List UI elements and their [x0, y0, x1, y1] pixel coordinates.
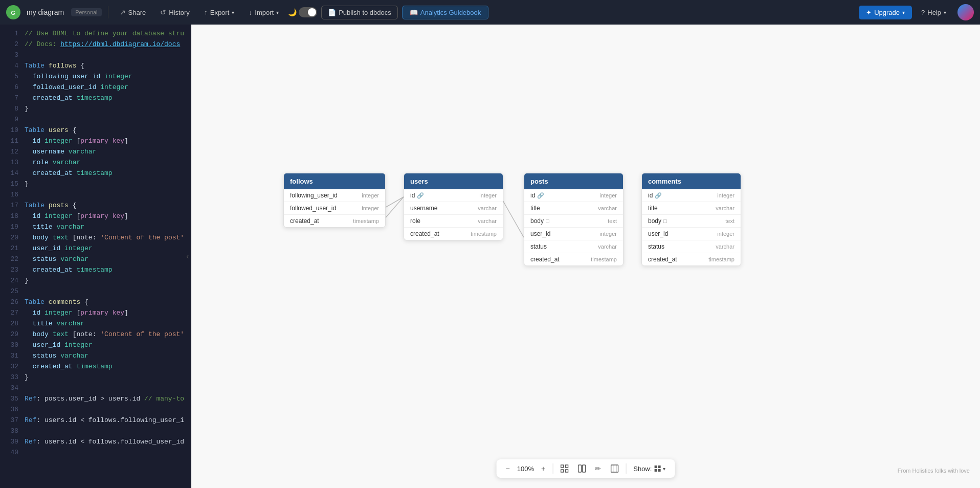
table-row: user_id integer [524, 228, 623, 240]
table-row: created_at timestamp [284, 215, 385, 227]
grid-icon [654, 465, 661, 472]
svg-text:G: G [11, 10, 15, 16]
frame-button[interactable] [606, 462, 622, 475]
table-row: following_user_id integer [284, 189, 385, 202]
table-users-header: users [404, 173, 503, 189]
diagram-name: my diagram [27, 8, 64, 16]
upgrade-button[interactable]: ✦ Upgrade ▾ [859, 6, 912, 19]
draw-button[interactable]: ✏ [591, 462, 605, 475]
code-line-35: 35 Ref: posts.user_id > users.id // many… [0, 394, 184, 405]
code-line-29: 29 body text [note: 'Content of the post… [0, 329, 184, 340]
svg-rect-9 [578, 465, 581, 472]
zoom-in-icon: + [541, 464, 545, 473]
table-follows-header: follows [284, 173, 385, 189]
key-icon: 🔗 [417, 192, 424, 199]
table-comments[interactable]: comments id 🔗 integer title varchar body… [641, 173, 741, 266]
moon-icon: 🌙 [288, 8, 297, 16]
collapse-handle[interactable]: ‹ [184, 25, 191, 488]
dark-mode-toggle[interactable]: 🌙 [288, 7, 317, 17]
svg-rect-7 [561, 470, 563, 472]
split-view-button[interactable] [573, 462, 590, 475]
import-button[interactable]: ↓ Import ▾ [243, 6, 284, 18]
show-label: Show: [633, 465, 652, 473]
table-row: created_at timestamp [404, 228, 503, 240]
table-row: followed_user_id integer [284, 202, 385, 215]
fit-screen-icon [560, 464, 568, 473]
export-button[interactable]: ↑ Export ▾ [199, 6, 240, 18]
table-posts-header: posts [524, 173, 623, 189]
frame-icon [610, 464, 618, 473]
code-line-8: 8 } [0, 104, 184, 115]
table-users[interactable]: users id 🔗 integer username varchar role… [404, 173, 503, 240]
code-line-14: 14 created_at timestamp [0, 168, 184, 179]
code-line-9: 9 [0, 115, 184, 125]
table-follows[interactable]: follows following_user_id integer follow… [283, 173, 386, 228]
bottom-toolbar: − 100% + ✏ [497, 459, 675, 478]
table-row: id 🔗 integer [404, 189, 503, 202]
table-row: created_at timestamp [524, 253, 623, 265]
help-chevron-icon: ▾ [944, 10, 946, 15]
code-line-12: 12 username varchar [0, 147, 184, 158]
table-row: status varchar [524, 240, 623, 253]
code-line-30: 30 user_id integer [0, 340, 184, 351]
import-icon: ↓ [249, 8, 252, 16]
code-line-31: 31 status varchar [0, 351, 184, 362]
user-avatar[interactable] [957, 4, 974, 20]
table-row: id 🔗 integer [642, 189, 741, 202]
diagram-canvas[interactable]: follows following_user_id integer follow… [191, 25, 980, 488]
zoom-in-button[interactable]: + [537, 462, 549, 475]
code-line-5: 5 following_user_id integer [0, 72, 184, 82]
code-line-40: 40 [0, 448, 184, 458]
nav-divider-1 [108, 6, 108, 18]
zoom-out-button[interactable]: − [502, 462, 514, 475]
code-line-32: 32 created_at timestamp [0, 362, 184, 372]
show-chevron-icon: ▾ [663, 466, 665, 472]
svg-rect-16 [654, 469, 657, 472]
diagram-badge: Personal [71, 8, 101, 16]
svg-rect-17 [658, 469, 660, 472]
code-line-7: 7 created_at timestamp [0, 93, 184, 104]
share-icon: ↗ [120, 8, 126, 16]
pencil-icon: ✏ [595, 464, 601, 473]
fit-screen-button[interactable] [556, 462, 572, 475]
table-row: role varchar [404, 215, 503, 228]
code-line-24: 24 } [0, 276, 184, 286]
table-row: created_at timestamp [642, 253, 741, 265]
table-posts[interactable]: posts id 🔗 integer title varchar body □ … [524, 173, 623, 266]
table-row: status varchar [642, 240, 741, 253]
upgrade-chevron-icon: ▾ [902, 10, 905, 15]
help-button[interactable]: ? Help ▾ [916, 7, 951, 18]
split-view-icon [577, 464, 586, 473]
table-row: user_id integer [642, 228, 741, 240]
code-line-23: 23 created_at timestamp [0, 265, 184, 276]
publish-button[interactable]: 📄 Publish to dbdocs [321, 6, 398, 19]
editor-content: 1 // Use DBML to define your database st… [0, 25, 184, 462]
code-line-22: 22 status varchar [0, 254, 184, 265]
table-row: title varchar [524, 202, 623, 215]
table-row: id 🔗 integer [524, 189, 623, 202]
code-line-17: 17 Table posts { [0, 201, 184, 211]
key-icon: 🔗 [537, 192, 544, 199]
zoom-percent: 100% [515, 465, 536, 473]
import-chevron-icon: ▾ [276, 10, 279, 15]
toggle-switch[interactable] [299, 7, 317, 17]
show-options-button[interactable]: Show: ▾ [629, 463, 670, 475]
code-line-28: 28 title varchar [0, 319, 184, 329]
table-posts-body: id 🔗 integer title varchar body □ text u… [524, 189, 623, 265]
code-line-15: 15 } [0, 179, 184, 190]
history-button[interactable]: ↺ History [155, 6, 194, 18]
svg-rect-11 [611, 465, 618, 472]
svg-rect-8 [565, 470, 568, 472]
main-layout: 1 // Use DBML to define your database st… [0, 25, 980, 488]
editor-panel[interactable]: 1 // Use DBML to define your database st… [0, 25, 184, 488]
publish-icon: 📄 [328, 9, 336, 16]
app-logo: G [6, 5, 20, 19]
share-button[interactable]: ↗ Share [115, 6, 151, 18]
table-users-body: id 🔗 integer username varchar role varch… [404, 189, 503, 240]
code-line-1: 1 // Use DBML to define your database st… [0, 29, 184, 39]
code-line-2: 2 // Docs: https://dbml.dbdiagram.io/doc… [0, 39, 184, 50]
analytics-button[interactable]: 📖 Analytics Guidebook [402, 6, 489, 19]
code-line-33: 33 } [0, 372, 184, 383]
code-line-10: 10 Table users { [0, 125, 184, 136]
export-icon: ↑ [204, 8, 208, 16]
